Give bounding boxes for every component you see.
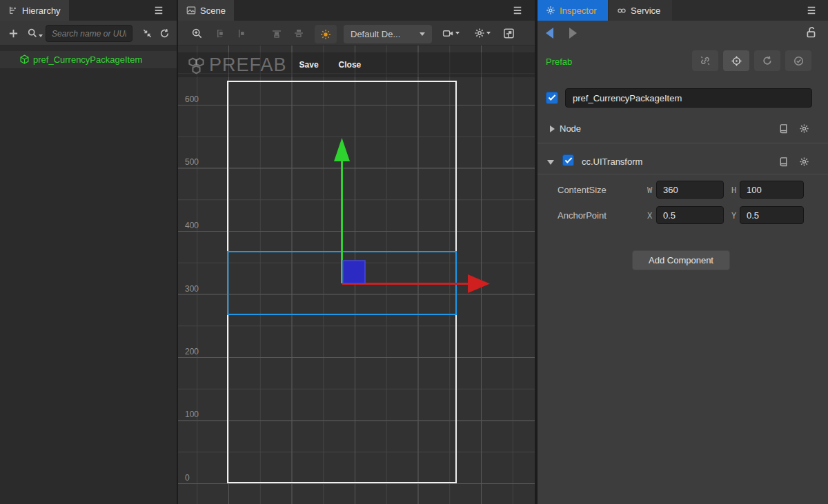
- scene-gear-dropdown[interactable]: [471, 26, 494, 41]
- device-mode-label: Default De...: [351, 29, 415, 39]
- tab-service-label: Service: [631, 6, 660, 16]
- camera-caret-icon: [455, 32, 460, 34]
- ruler-label-500: 500: [185, 157, 213, 167]
- nav-back-icon[interactable]: [546, 28, 553, 39]
- ruler-label-200: 200: [185, 347, 213, 356]
- node-gear-icon[interactable]: [799, 123, 810, 134]
- node-section-label: Node: [560, 123, 581, 134]
- scene-viewport[interactable]: 600 500 400 300 200 100 0: [178, 46, 535, 504]
- anchor-point-y-input[interactable]: [740, 206, 804, 224]
- hierarchy-tree-icon: [8, 6, 18, 15]
- node-collapse-icon[interactable]: [550, 125, 555, 132]
- prefab-cube-icon: [19, 54, 30, 65]
- prefab-unlink-button[interactable]: [692, 50, 718, 71]
- tab-service[interactable]: Service: [609, 0, 672, 21]
- scene-image-icon: [186, 6, 196, 15]
- inspector-panel: Inspector Service: [538, 0, 828, 504]
- scene-menu-icon[interactable]: [512, 6, 523, 15]
- tab-inspector-label: Inspector: [560, 6, 596, 16]
- anchor-point-label: AnchorPoint: [558, 210, 607, 221]
- ruler-label-300: 300: [185, 284, 213, 294]
- zoom-tool-icon[interactable]: [189, 26, 204, 41]
- uitransform-enabled-checkbox[interactable]: [562, 154, 574, 166]
- anchor-point-x-input[interactable]: [656, 206, 724, 224]
- prefab-close-button[interactable]: Close: [339, 60, 362, 70]
- node-selection-outline: [227, 251, 457, 315]
- uitransform-expand-icon[interactable]: [547, 160, 554, 165]
- hierarchy-tabbar: Hierarchy: [0, 0, 177, 21]
- uitransform-section-header[interactable]: cc.UITransform: [538, 150, 828, 174]
- refresh-icon[interactable]: [157, 26, 172, 41]
- section-divider: [538, 174, 828, 174]
- add-node-button[interactable]: [6, 26, 21, 41]
- camera-settings-dropdown[interactable]: [439, 26, 462, 41]
- uitransform-section-label: cc.UITransform: [582, 157, 642, 167]
- hierarchy-item-prefab-root[interactable]: pref_CurrencyPackageItem: [0, 51, 177, 68]
- tab-scene-label: Scene: [200, 6, 226, 16]
- node-name-input[interactable]: [565, 88, 812, 108]
- hierarchy-search-box: [46, 25, 132, 42]
- align-top-icon[interactable]: [269, 26, 284, 41]
- prefab-edit-bar: PREFAB Save Close: [178, 52, 535, 77]
- device-mode-dropdown[interactable]: Default De...: [344, 25, 432, 43]
- hierarchy-panel: Hierarchy: [0, 0, 177, 504]
- prefab-watermark-cube-icon: [187, 56, 206, 74]
- prefab-apply-button[interactable]: [785, 50, 811, 71]
- tab-inspector[interactable]: Inspector: [538, 0, 608, 21]
- tab-scene[interactable]: Scene: [178, 0, 234, 21]
- nav-forward-icon[interactable]: [569, 28, 577, 39]
- scene-toolbar: Default De...: [178, 21, 535, 46]
- anchor-point-x-label: X: [647, 211, 652, 221]
- align-middle-h-icon[interactable]: [291, 26, 306, 41]
- uitransform-gear-icon[interactable]: [799, 157, 810, 168]
- inspector-menu-icon[interactable]: [806, 6, 817, 15]
- ruler-label-0: 0: [185, 473, 213, 483]
- editor-window: Hierarchy: [0, 0, 828, 504]
- align-left-icon[interactable]: [213, 26, 228, 41]
- prefab-reset-button[interactable]: [754, 50, 780, 71]
- hierarchy-menu-icon[interactable]: [153, 6, 164, 15]
- search-filter-button[interactable]: [25, 26, 44, 41]
- prefab-section-label: Prefab: [546, 57, 572, 67]
- prefab-watermark: PREFAB: [187, 56, 287, 74]
- content-size-w-label: W: [647, 185, 652, 195]
- inspector-tabbar: Inspector Service: [538, 0, 828, 21]
- collapse-all-icon[interactable]: [139, 26, 155, 41]
- node-active-checkbox[interactable]: [546, 92, 558, 104]
- content-size-h-input[interactable]: [740, 181, 804, 199]
- search-filter-caret-icon: [39, 34, 43, 37]
- hierarchy-item-label: pref_CurrencyPackageItem: [33, 54, 142, 65]
- scene-tabbar: Scene: [178, 0, 535, 21]
- checkbox-check-icon: [565, 156, 573, 163]
- service-link-icon: [617, 6, 627, 15]
- prefab-save-button[interactable]: Save: [299, 60, 319, 70]
- content-size-w-input[interactable]: [656, 181, 724, 199]
- hierarchy-toolbar: [0, 21, 177, 46]
- checkbox-check-icon: [549, 93, 556, 101]
- ruler-label-100: 100: [185, 410, 213, 419]
- inspector-gear-icon: [546, 6, 555, 15]
- inspector-body: Prefab: [538, 21, 828, 504]
- uitransform-docs-icon[interactable]: [778, 157, 789, 168]
- hierarchy-search-input[interactable]: [46, 29, 132, 39]
- gizmo-light-toggle[interactable]: [315, 25, 337, 43]
- ruler-label-400: 400: [185, 221, 213, 230]
- tab-hierarchy[interactable]: Hierarchy: [0, 0, 69, 21]
- gizmo-x-arrowhead-icon[interactable]: [468, 274, 490, 293]
- align-center-v-icon[interactable]: [233, 26, 248, 41]
- add-component-button[interactable]: Add Component: [632, 250, 730, 270]
- tab-hierarchy-label: Hierarchy: [22, 6, 61, 16]
- node-docs-icon[interactable]: [778, 123, 789, 134]
- prefab-locate-button[interactable]: [723, 50, 749, 71]
- device-mode-caret-icon: [420, 32, 425, 36]
- scene-gear-caret-icon: [486, 32, 491, 34]
- minimap-toggle-icon[interactable]: [501, 26, 516, 41]
- scene-panel: Scene: [178, 0, 535, 504]
- section-divider: [538, 143, 828, 143]
- content-size-label: ContentSize: [558, 185, 607, 195]
- ruler-label-600: 600: [185, 94, 213, 104]
- content-size-h-label: H: [731, 185, 736, 195]
- prefab-watermark-label: PREFAB: [209, 56, 287, 74]
- node-section-header[interactable]: Node: [538, 117, 828, 141]
- unlock-icon[interactable]: [805, 26, 818, 39]
